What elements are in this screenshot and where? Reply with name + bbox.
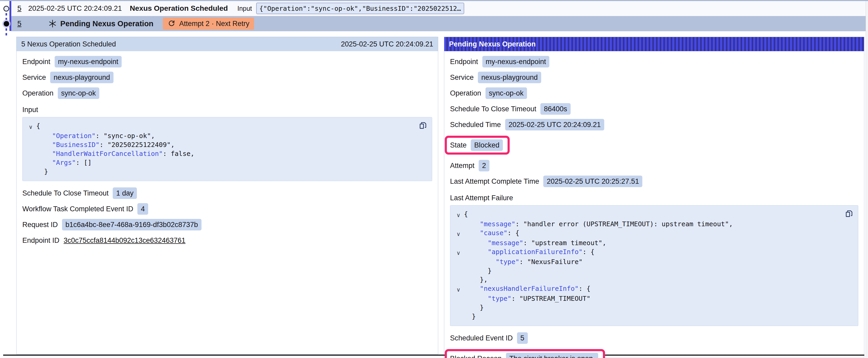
code-text: "BusinessID": "20250225122409", xyxy=(36,140,175,149)
event-id-link[interactable]: 5 xyxy=(17,4,22,12)
code-line: "Args": [] xyxy=(25,158,413,167)
code-line: "message": "upstream timeout", xyxy=(453,238,840,248)
code-line: ∨ "cause": { xyxy=(453,229,840,238)
code-text: "cause": { xyxy=(464,229,519,238)
code-line: ∨ "nexusHandlerFailureInfo": { xyxy=(453,284,840,294)
code-line: ∨{ xyxy=(453,210,840,220)
code-text: "message": "upstream timeout", xyxy=(464,238,606,248)
scheduled-time-value: 2025-02-25 UTC 20:24:09.21 xyxy=(505,119,604,130)
endpoint-row: Endpointmy-nexus-endpoint xyxy=(450,56,858,67)
state-label: State xyxy=(450,141,467,149)
collapse-chevron-icon[interactable]: ∨ xyxy=(453,284,464,294)
operation-value: sync-op-ok xyxy=(58,88,99,99)
schedule-to-close-timeout-row: Schedule To Close Timeout86400s xyxy=(450,103,858,115)
code-text: "type": "UPSTREAM_TIMEOUT" xyxy=(464,294,591,303)
scheduled-time-label: Scheduled Time xyxy=(450,121,501,129)
request-id-value: b1c6a4bc-8ee7-468a-9169-df3b02c8737b xyxy=(62,219,201,230)
code-gutter xyxy=(453,303,464,312)
endpoint-value: my-nexus-endpoint xyxy=(482,56,550,67)
operation-label: Operation xyxy=(22,89,54,97)
event-history-rows: 5 2025-02-25 UTC 20:24:09.21 Nexus Opera… xyxy=(11,1,866,31)
code-line: } xyxy=(453,303,840,312)
copy-icon[interactable] xyxy=(844,209,854,219)
schedule-to-close-timeout-value: 1 day xyxy=(113,187,137,199)
event-detail-panel: 5 Nexus Operation Scheduled 2025-02-25 U… xyxy=(16,37,438,354)
scrollbar-gutter[interactable] xyxy=(866,1,868,358)
endpoint-row: Endpointmy-nexus-endpoint xyxy=(22,56,432,67)
code-gutter xyxy=(25,140,36,149)
attempt-value: 2 xyxy=(479,160,490,171)
state-highlight-ring: StateBlocked xyxy=(445,136,510,155)
event-id-link[interactable]: 5 xyxy=(17,20,22,28)
code-gutter xyxy=(453,312,464,321)
event-row-pending-nexus-operation[interactable]: 5 Pending Nexus Operation Attempt 2 · Ne… xyxy=(11,16,866,31)
operation-row: Operationsync-op-ok xyxy=(450,88,858,99)
collapse-chevron-icon[interactable]: ∨ xyxy=(453,210,464,220)
collapse-chevron-icon[interactable]: ∨ xyxy=(453,248,464,258)
code-line: }, xyxy=(453,275,840,284)
code-gutter xyxy=(453,258,464,266)
code-text: } xyxy=(36,167,48,176)
bottom-edge-divider xyxy=(3,355,864,356)
code-gutter xyxy=(25,167,36,176)
last-attempt-complete-time-label: Last Attempt Complete Time xyxy=(450,177,539,186)
service-value: nexus-playground xyxy=(478,72,541,83)
collapse-chevron-icon[interactable]: ∨ xyxy=(453,229,464,238)
workflow-task-completed-event-id-row: Workflow Task Completed Event ID4 xyxy=(22,203,432,215)
code-gutter xyxy=(453,294,464,303)
panel-title: 5 Nexus Operation Scheduled xyxy=(21,40,116,48)
retry-attempt-badge: Attempt 2 · Next Retry xyxy=(163,18,254,30)
code-text: { xyxy=(464,210,468,220)
timeline-node-current-icon xyxy=(4,21,9,27)
schedule-to-close-timeout-label: Schedule To Close Timeout xyxy=(22,189,108,197)
panel-title: Pending Nexus Operation xyxy=(449,40,536,48)
event-detail-fields: Endpointmy-nexus-endpointServicenexus-pl… xyxy=(17,51,438,253)
endpoint-label: Endpoint xyxy=(450,58,478,66)
pending-operation-panel-header: Pending Nexus Operation xyxy=(444,37,864,51)
code-line: "type": "NexusFailure" xyxy=(453,258,840,266)
code-text: "applicationFailureInfo": { xyxy=(464,248,594,258)
pending-operation-fields: Endpointmy-nexus-endpointServicenexus-pl… xyxy=(444,51,864,358)
code-text: } xyxy=(464,312,476,321)
schedule-to-close-timeout-value: 86400s xyxy=(540,103,570,115)
timeline xyxy=(0,1,11,37)
endpoint-value: my-nexus-endpoint xyxy=(55,56,122,67)
code-line: ∨ "applicationFailureInfo": { xyxy=(453,248,840,258)
endpoint-id-value[interactable]: 3c0c75ccfa8144b092c13ce632463761 xyxy=(64,236,185,245)
panel-timestamp: 2025-02-25 UTC 20:24:09.21 xyxy=(341,40,433,48)
collapse-chevron-icon[interactable]: ∨ xyxy=(25,122,36,131)
copy-icon[interactable] xyxy=(418,121,428,131)
input-code-block: ∨{ "Operation": "sync-op-ok", "BusinessI… xyxy=(22,117,432,181)
code-line: } xyxy=(453,266,840,275)
operation-value: sync-op-ok xyxy=(486,88,527,99)
code-text: } xyxy=(464,266,492,275)
pending-operation-panel: Pending Nexus Operation Endpointmy-nexus… xyxy=(444,37,864,358)
code-gutter xyxy=(453,266,464,275)
code-gutter xyxy=(25,131,36,140)
code-line: } xyxy=(453,312,840,321)
service-row: Servicenexus-playground xyxy=(22,72,432,83)
operation-row: Operationsync-op-ok xyxy=(22,88,432,99)
code-text: "Operation": "sync-op-ok", xyxy=(36,131,155,140)
endpoint-id-label: Endpoint ID xyxy=(22,236,59,245)
service-label: Service xyxy=(22,73,46,82)
input-preview-pill[interactable]: {"Operation":"sync-op-ok","BusinessID":"… xyxy=(256,3,464,14)
scheduled-time-row: Scheduled Time2025-02-25 UTC 20:24:09.21 xyxy=(450,119,858,130)
temporal-event-history-screen: 5 2025-02-25 UTC 20:24:09.21 Nexus Opera… xyxy=(0,0,868,358)
blocked-reason-row: Blocked ReasonThe circuit breaker is ope… xyxy=(450,348,858,358)
code-line: "BusinessID": "20250225122409", xyxy=(25,140,413,149)
blocked-reason-label: Blocked Reason xyxy=(450,355,502,358)
scheduled-event-id-row: Scheduled Event ID5 xyxy=(450,332,858,344)
retry-badge-label: Attempt 2 · Next Retry xyxy=(179,20,249,28)
request-id-label: Request ID xyxy=(22,221,58,229)
event-row-nexus-operation-scheduled[interactable]: 5 2025-02-25 UTC 20:24:09.21 Nexus Opera… xyxy=(11,1,866,16)
endpoint-label: Endpoint xyxy=(22,58,51,66)
schedule-to-close-timeout-row: Schedule To Close Timeout1 day xyxy=(22,187,432,199)
code-text: "Args": [] xyxy=(36,158,92,167)
last-attempt-complete-time-value: 2025-02-25 UTC 20:25:27.51 xyxy=(543,175,642,187)
scheduled-event-id-label: Scheduled Event ID xyxy=(450,334,513,342)
code-gutter xyxy=(453,275,464,284)
pending-asterisk-icon xyxy=(48,20,57,28)
last-attempt-failure-label: Last Attempt Failure xyxy=(450,194,858,202)
last-attempt-failure-code-block: ∨{ "message": "handler error (UPSTREAM_T… xyxy=(450,205,858,326)
